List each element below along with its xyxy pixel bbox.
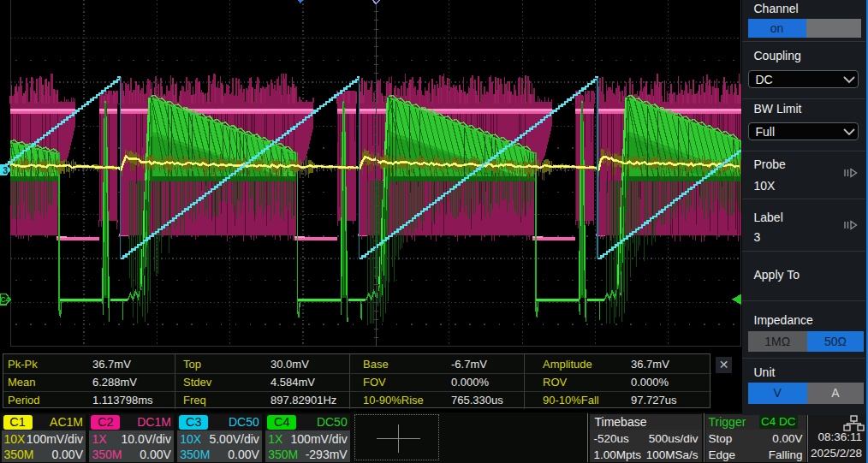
svg-text:C4: C4	[0, 295, 9, 304]
svg-text:3: 3	[3, 165, 8, 175]
